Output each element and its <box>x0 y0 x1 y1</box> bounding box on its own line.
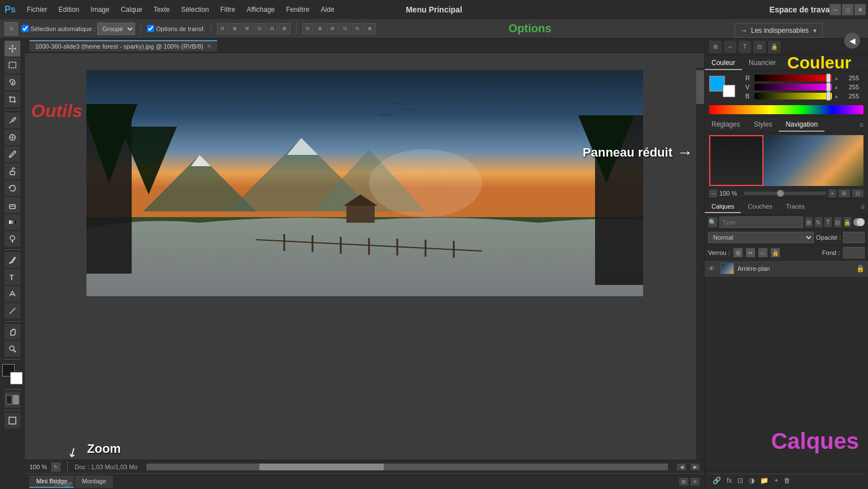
calques-bottom-folder[interactable]: 📁 <box>760 477 769 484</box>
align-top-icon[interactable]: ⊡ <box>254 23 266 34</box>
bottom-icon-1[interactable]: ⊞ <box>679 478 688 486</box>
hand-tool[interactable] <box>5 324 20 340</box>
quick-mask-button[interactable] <box>5 392 20 408</box>
transform-checkbox[interactable] <box>147 25 154 32</box>
calques-search-button[interactable]: 🔍 <box>708 217 717 227</box>
line-tool[interactable] <box>5 303 20 319</box>
distribute-left-icon[interactable]: ⊟ <box>302 23 314 34</box>
nav-zoom-full[interactable]: ⊡ <box>852 189 863 197</box>
layer-lock-icon[interactable]: 🔒 <box>856 265 865 272</box>
text-tool[interactable]: T <box>5 269 20 285</box>
menu-calque[interactable]: Calque <box>116 3 147 16</box>
lock-pixels-icon[interactable]: ⊞ <box>734 248 743 257</box>
calques-bottom-fx[interactable]: fx <box>727 477 732 484</box>
menu-filtre[interactable]: Filtre <box>216 3 240 16</box>
calques-panel-expand[interactable]: ≡ <box>857 203 868 211</box>
fond-input[interactable]: 100 % <box>843 247 865 258</box>
path-selection[interactable] <box>5 286 20 302</box>
rp-icon-5[interactable]: 🔒 <box>768 41 780 53</box>
selection-tool[interactable] <box>5 58 20 73</box>
menu-edition[interactable]: Edition <box>54 3 84 16</box>
group-select[interactable]: Groupe <box>97 23 135 35</box>
dodge-tool[interactable] <box>5 231 20 247</box>
lock-position-icon[interactable]: ✏ <box>746 248 755 257</box>
distribute-right-icon[interactable]: ⊞ <box>327 23 338 34</box>
channel-v-slider[interactable] <box>754 84 832 90</box>
lock-all-icon[interactable]: ↔ <box>758 248 767 257</box>
history-brush[interactable] <box>5 180 20 196</box>
rp-icon-4[interactable]: ⊟ <box>753 41 766 53</box>
tab-styles[interactable]: Styles <box>747 118 779 132</box>
calques-filter-icon-5[interactable]: 🔒 <box>844 217 851 227</box>
distribute-top-icon[interactable]: ⊡ <box>340 23 351 34</box>
tab-couleur[interactable]: Couleur <box>705 57 742 70</box>
color-box[interactable] <box>2 364 23 384</box>
scroll-left-button[interactable]: ◀ <box>677 464 686 470</box>
screen-mode-button[interactable] <box>5 413 20 429</box>
healing-brush[interactable] <box>5 129 20 145</box>
calques-type-input[interactable] <box>719 217 803 228</box>
lasso-tool[interactable] <box>5 75 20 90</box>
zoom-tool[interactable] <box>5 341 20 357</box>
tab-couches[interactable]: Couches <box>741 201 779 213</box>
tab-montage[interactable]: Montage <box>75 475 113 488</box>
bottom-icon-2[interactable]: ≡ <box>691 478 700 486</box>
calques-bottom-delete[interactable]: 🗑 <box>784 477 791 484</box>
calques-bottom-adjustment[interactable]: ◑ <box>749 477 754 484</box>
nav-zoom-minus[interactable]: ─ <box>709 189 717 197</box>
align-left-icon[interactable]: ⊟ <box>217 23 228 34</box>
scroll-right-button[interactable]: ▶ <box>691 464 700 470</box>
calques-bottom-new[interactable]: + <box>774 477 778 484</box>
distribute-bottom-icon[interactable]: ⊠ <box>364 23 376 34</box>
nav-panel-expand[interactable]: ≡ <box>855 121 868 129</box>
calques-bottom-link[interactable]: 🔗 <box>713 477 721 484</box>
minimize-button[interactable]: ─ <box>830 4 841 15</box>
zoom-refresh-button[interactable]: ↻ <box>51 462 60 471</box>
eraser-tool[interactable] <box>5 197 20 213</box>
eyedropper-tool[interactable] <box>5 112 20 128</box>
maximize-button[interactable]: □ <box>842 4 853 15</box>
rp-icon-2[interactable]: ↔ <box>724 41 736 53</box>
blending-mode-select[interactable]: Normal <box>708 232 814 243</box>
nav-zoom-plus[interactable]: + <box>828 189 836 197</box>
align-center-h-icon[interactable]: ⊟ <box>267 23 278 34</box>
color-gradient-bar[interactable] <box>709 105 863 114</box>
move-tool-icon[interactable]: ⊹ <box>5 22 18 36</box>
distribute-center-icon[interactable]: ⊠ <box>315 23 326 34</box>
menu-texte[interactable]: Texte <box>149 3 175 16</box>
tab-traces[interactable]: Tracés <box>779 201 811 213</box>
rp-icon-3[interactable]: T <box>739 41 751 53</box>
background-color[interactable] <box>10 372 23 384</box>
canvas-wrapper[interactable]: Panneau réduit → Zoom ↙ <box>25 53 704 489</box>
auto-select-checkbox[interactable] <box>21 25 29 32</box>
color-swatches[interactable] <box>709 76 737 98</box>
layer-eye-icon[interactable]: 👁 <box>708 265 717 273</box>
menu-selection[interactable]: Sélection <box>176 3 213 16</box>
calques-filter-icon-2[interactable]: ↻ <box>815 217 822 227</box>
collapse-panel-button[interactable]: ◀ <box>844 33 860 49</box>
document-tab-item[interactable]: 1000-360-slide3 (theme forest - sparky).… <box>29 40 217 51</box>
rp-icon-1[interactable]: ⊞ <box>709 41 722 53</box>
nav-zoom-slider[interactable] <box>744 192 826 195</box>
canvas-scrollbar-v[interactable] <box>696 68 704 475</box>
workspace-dropdown[interactable]: → Les indispensables ▼ <box>735 23 823 38</box>
table-row[interactable]: 👁 Arrière-plan 🔒 <box>705 261 868 277</box>
align-bottom-icon[interactable]: ⊠ <box>279 23 290 34</box>
menu-fenetre[interactable]: Fenêtre <box>281 3 314 16</box>
document-tab-close[interactable]: ✕ <box>207 43 211 49</box>
nav-zoom-fit[interactable]: ⊞ <box>839 189 850 197</box>
calques-bottom-mask[interactable]: ⊡ <box>737 477 743 484</box>
menu-fichier[interactable]: Fichier <box>23 3 52 16</box>
calques-filter-icon-4[interactable]: ⊟ <box>834 217 841 227</box>
gradient-tool[interactable] <box>5 214 20 230</box>
opacity-input[interactable]: 100 % <box>843 232 865 243</box>
menu-affichage[interactable]: Affichage <box>242 3 279 16</box>
crop-tool[interactable] <box>5 92 20 107</box>
brush-tool[interactable] <box>5 146 20 162</box>
calques-filter-icon-1[interactable]: ⊞ <box>805 217 813 227</box>
tab-calques[interactable]: Calques <box>705 201 741 213</box>
pen-tool[interactable] <box>5 252 20 268</box>
tab-navigation[interactable]: Navigation <box>779 118 824 132</box>
move-tool[interactable] <box>5 41 20 57</box>
tab-nuancier[interactable]: Nuancier <box>742 57 783 70</box>
